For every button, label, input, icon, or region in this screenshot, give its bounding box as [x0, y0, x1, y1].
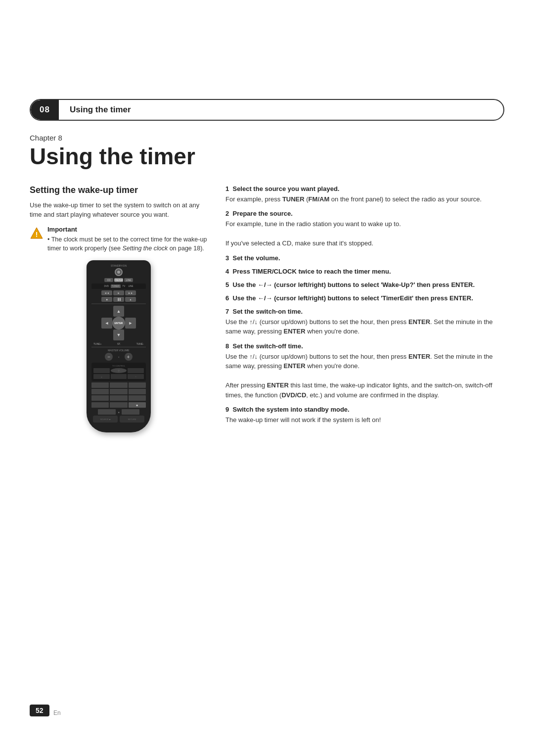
- important-bullet-list: The clock must be set to the correct tim…: [47, 235, 208, 254]
- tv-btn1: [93, 368, 110, 373]
- tv-btn3: [128, 368, 144, 373]
- vol-minus-btn: −: [105, 353, 113, 361]
- left-column: Setting the wake-up timer Use the wake-u…: [30, 185, 208, 433]
- footer-lang: En: [53, 709, 61, 716]
- btn-3: [129, 382, 146, 388]
- step-1-body: For example, press TUNER (FM/AM on the f…: [225, 194, 504, 204]
- dpad-down: ▼: [113, 330, 124, 340]
- important-label: Important: [47, 226, 208, 233]
- standby-btn: [115, 268, 123, 276]
- cd-btn: CD: [104, 278, 113, 282]
- content-area: Chapter 8 Using the timer Setting the wa…: [30, 134, 504, 432]
- source-bottom-btn: SOURCE ■: [93, 416, 118, 423]
- stop-btn: ■: [101, 297, 112, 302]
- tune-plus-label: TUNE+: [93, 342, 102, 345]
- bottom-row2: SOURCE ■ RETURN: [91, 416, 146, 423]
- step-2-title: 2 Prepare the source.: [225, 210, 504, 217]
- header-title: Using the timer: [59, 105, 131, 115]
- important-content: Important The clock must be set to the c…: [47, 226, 208, 254]
- btn-5: [110, 389, 127, 394]
- btn-disc: ■: [129, 402, 146, 408]
- line-btn: LINE: [124, 278, 133, 282]
- btn-8: [110, 395, 127, 401]
- dpad-right: ►: [125, 318, 136, 329]
- two-column-layout: Setting the wake-up timer Use the wake-u…: [30, 185, 504, 433]
- btn-star: [91, 402, 109, 408]
- section-title: Setting the wake-up timer: [30, 185, 208, 195]
- important-bullet-item: The clock must be set to the correct tim…: [47, 235, 208, 254]
- source-btn: [98, 409, 116, 415]
- source-row: CD FM/AM LINE: [91, 278, 146, 282]
- footer: 52: [30, 705, 49, 716]
- btn-7: [91, 395, 109, 401]
- separator1: [91, 303, 146, 304]
- fm-am-btn: FM/AM: [114, 278, 123, 282]
- return-btn: [122, 409, 139, 415]
- bottom-logo: ■: [117, 409, 120, 415]
- tv-btn2: ○: [111, 368, 127, 373]
- page-number: 52: [30, 705, 49, 716]
- important-box: ! Important The clock must be set to the…: [30, 226, 208, 254]
- step-7-title: 7 Set the switch-on time.: [225, 308, 504, 315]
- tv-btn6: −: [128, 374, 144, 379]
- dpad-left: ◄: [101, 318, 112, 329]
- dpad-up: ▲: [113, 306, 124, 317]
- tv-ctrl-label: TV CONTROL: [93, 365, 144, 367]
- st-label: ST.: [117, 342, 121, 345]
- tune-minus-label: TUNE-: [136, 342, 144, 345]
- right-column: 1 Select the source you want played. For…: [225, 185, 504, 428]
- step-8-body: Use the ↑/↓ (cursor up/down) buttons to …: [225, 352, 504, 400]
- bottom-row1: ■: [91, 409, 146, 415]
- play-btn: ►: [113, 290, 124, 295]
- chapter-main-title: Using the timer: [30, 144, 504, 169]
- number-grid-bottom: ■: [91, 402, 146, 408]
- header-bar: 08 Using the timer: [30, 99, 504, 121]
- enter-btn: ENTER: [112, 317, 125, 330]
- ff-btn: ►►: [125, 290, 136, 295]
- rewind-btn: ◄◄: [101, 290, 112, 295]
- tune-row: TUNE+ ST. TUNE-: [91, 342, 146, 345]
- step-7-body: Use the ↑/↓ (cursor up/down) buttons to …: [225, 317, 504, 336]
- btn-1: [91, 382, 109, 388]
- pause-btn: ▐▐: [113, 297, 124, 302]
- step-2-body: For example, tune in the radio station y…: [225, 219, 504, 248]
- btn-2: [110, 382, 127, 388]
- tv-btn4: +: [93, 374, 110, 379]
- line-label: LINE: [127, 284, 134, 288]
- volume-label: MASTER VOLUME: [91, 349, 146, 352]
- step-9-body: The wake-up timer will not work if the s…: [225, 415, 504, 425]
- separator2: [91, 347, 146, 347]
- standby-label: STANDBY/ON: [91, 264, 146, 267]
- step-5-title: 5 Use the ←/→ (cursor left/right) button…: [225, 281, 504, 288]
- transport-row1: ◄◄ ► ►►: [91, 290, 146, 295]
- vol-plus-btn: +: [125, 353, 133, 361]
- btn-0: [110, 402, 127, 408]
- dvd-label: DVD: [103, 284, 110, 288]
- step-8-title: 8 Set the switch-off time.: [225, 342, 504, 350]
- volume-row: − ● +: [91, 353, 146, 361]
- btn-6: [129, 389, 146, 394]
- warning-icon: !: [30, 227, 44, 240]
- tv-btn5: [111, 374, 127, 379]
- btn-4: [91, 389, 109, 394]
- tuner-label: TUNER: [111, 284, 121, 288]
- tv-label: TV: [122, 284, 127, 288]
- step-9-title: 9 Switch the system into standby mode.: [225, 406, 504, 413]
- number-grid: [91, 382, 146, 401]
- vol-center: ●: [118, 355, 119, 358]
- remote-control-image: STANDBY/ON CD FM/AM LINE DVD: [30, 260, 208, 432]
- transport-row2: ■ ▐▐ ▲: [91, 297, 146, 302]
- step-3-title: 3 Set the volume.: [225, 254, 504, 262]
- dpad: ▲ ◄ ENTER ► ▼: [101, 306, 136, 340]
- svg-text:!: !: [36, 231, 38, 238]
- btn-9: [129, 395, 146, 401]
- step-1-title: 1 Select the source you want played.: [225, 185, 504, 192]
- chapter-label: Chapter 8: [30, 134, 504, 142]
- tv-ctrl-grid: ○ + −: [93, 368, 144, 379]
- step-4-title: 4 Press TIMER/CLOCK twice to reach the t…: [225, 268, 504, 275]
- section-intro: Use the wake-up timer to set the system …: [30, 200, 208, 220]
- return-bottom-btn: RETURN: [120, 416, 144, 423]
- tv-control-section: TV CONTROL ○ + −: [91, 363, 146, 381]
- source-select-row: DVD TUNER TV LINE: [91, 284, 146, 289]
- chapter-badge: 08: [31, 100, 59, 120]
